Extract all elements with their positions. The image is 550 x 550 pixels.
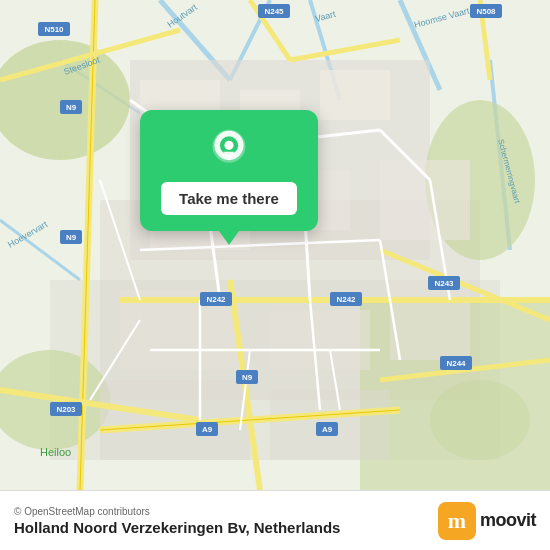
n242-label: N242 [206, 295, 226, 304]
n242-right-label: N242 [336, 295, 356, 304]
a9-label: A9 [202, 425, 213, 434]
bottom-left-info: © OpenStreetMap contributors Holland Noo… [14, 506, 340, 536]
moovit-wordmark: moovit [480, 510, 536, 531]
map-background: N510 N245 N508 N9 N9 N9 N242 N242 N243 N… [0, 0, 550, 490]
svg-rect-23 [270, 310, 370, 370]
n203-label: N203 [56, 405, 76, 414]
svg-point-15 [430, 380, 530, 460]
n243-label: N243 [434, 279, 454, 288]
n244-label: N244 [446, 359, 466, 368]
n508-label: N508 [476, 7, 496, 16]
heiloo-label: Heiloo [40, 446, 71, 458]
n9-bot-label: N9 [242, 373, 253, 382]
a9-right-label: A9 [322, 425, 333, 434]
n9-mid-label: N9 [66, 233, 77, 242]
attribution-text: © OpenStreetMap contributors [14, 506, 340, 517]
n9-top-label: N9 [66, 103, 77, 112]
n245-label: N245 [264, 7, 284, 16]
location-name: Holland Noord Verzekeringen Bv, Netherla… [14, 519, 340, 536]
take-me-there-button[interactable]: Take me there [161, 182, 297, 215]
svg-rect-24 [390, 280, 470, 360]
svg-point-71 [224, 141, 233, 150]
n510-label: N510 [44, 25, 64, 34]
map-container: N510 N245 N508 N9 N9 N9 N242 N242 N243 N… [0, 0, 550, 490]
moovit-logo: m moovit [438, 502, 536, 540]
location-popup: Take me there [140, 110, 318, 231]
bottom-bar: © OpenStreetMap contributors Holland Noo… [0, 490, 550, 550]
svg-rect-18 [320, 70, 390, 120]
moovit-m-icon: m [438, 502, 476, 540]
map-pin-icon [208, 128, 250, 170]
svg-rect-21 [380, 160, 470, 240]
